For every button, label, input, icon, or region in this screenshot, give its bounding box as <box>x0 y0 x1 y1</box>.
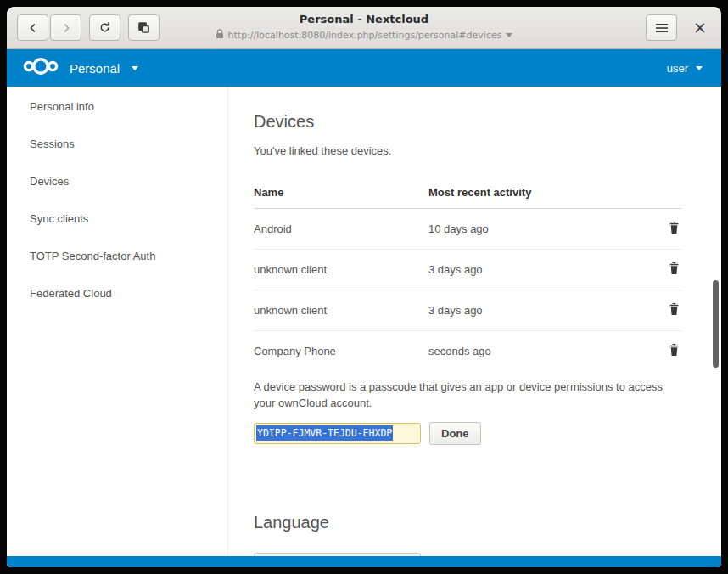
trash-icon <box>668 306 680 318</box>
user-menu-caret-icon <box>696 66 703 70</box>
user-menu-label: user <box>667 62 688 75</box>
reload-icon <box>98 21 111 34</box>
device-activity: 3 days ago <box>428 250 648 290</box>
table-row: unknown client 3 days ago <box>254 250 682 290</box>
menu-button[interactable] <box>646 14 677 41</box>
forward-button[interactable] <box>50 14 81 41</box>
nextcloud-logo-icon <box>22 56 59 80</box>
column-header-name: Name <box>254 177 428 209</box>
url-bar[interactable]: http://localhost:8080/index.php/settings… <box>160 29 568 42</box>
language-section-title: Language <box>254 513 696 532</box>
toolbar-right-group: × <box>646 14 711 41</box>
devices-section-title: Devices <box>254 112 696 132</box>
app-menu[interactable]: Personal <box>22 56 138 80</box>
app-menu-label: Personal <box>70 61 120 76</box>
new-tab-button[interactable] <box>128 14 160 41</box>
table-row: Android 10 days ago <box>254 209 682 250</box>
delete-device-button[interactable] <box>666 341 682 361</box>
chevron-right-icon <box>60 22 72 34</box>
history-nav-buttons <box>17 14 81 41</box>
sidebar-item-sessions[interactable]: Sessions <box>7 126 227 163</box>
delete-device-button[interactable] <box>666 260 682 279</box>
device-name: unknown client <box>254 250 428 290</box>
sidebar-item-personal-info[interactable]: Personal info <box>7 88 227 126</box>
done-button[interactable]: Done <box>429 422 481 445</box>
device-password-row: YDIPP-FJMVR-TEJDU-EHXDP Done <box>254 422 696 445</box>
device-password-note: A device password is a passcode that giv… <box>254 380 678 412</box>
pages-icon <box>137 21 150 34</box>
device-activity: seconds ago <box>428 331 648 372</box>
trash-icon <box>668 265 680 278</box>
trash-icon <box>668 346 680 359</box>
insecure-lock-icon <box>216 29 224 42</box>
close-button[interactable]: × <box>689 17 711 39</box>
table-row: unknown client 3 days ago <box>254 290 682 331</box>
settings-content: Devices You've linked these devices. Nam… <box>228 87 721 567</box>
settings-page: Personal info Sessions Devices Sync clie… <box>7 87 721 567</box>
page-footer-strip <box>7 556 721 567</box>
app-menu-caret-icon <box>132 66 138 70</box>
nextcloud-header: Personal user <box>7 49 721 87</box>
devices-table: Name Most recent activity Android 10 day… <box>254 177 682 371</box>
devices-table-header-row: Name Most recent activity <box>254 177 682 209</box>
sidebar-item-federated-cloud[interactable]: Federated Cloud <box>7 275 227 312</box>
device-activity: 10 days ago <box>428 209 648 250</box>
device-name: unknown client <box>254 290 428 331</box>
chevron-left-icon <box>27 22 39 34</box>
reload-button[interactable] <box>89 14 120 41</box>
device-name: Android <box>254 209 428 250</box>
back-button[interactable] <box>17 14 48 41</box>
titlebar-title-area: Personal - Nextcloud http://localhost:80… <box>160 13 568 42</box>
desktop-background: Personal - Nextcloud http://localhost:80… <box>0 0 728 574</box>
devices-subtitle: You've linked these devices. <box>254 144 696 157</box>
browser-titlebar: Personal - Nextcloud http://localhost:80… <box>7 7 721 49</box>
device-name: Company Phone <box>254 331 428 372</box>
column-header-activity: Most recent activity <box>428 177 648 209</box>
delete-device-button[interactable] <box>666 219 682 239</box>
sidebar-item-sync-clients[interactable]: Sync clients <box>7 200 227 238</box>
column-header-actions <box>648 177 682 209</box>
window-title: Personal - Nextcloud <box>160 13 568 25</box>
close-icon: × <box>693 18 707 37</box>
trash-icon <box>668 224 680 237</box>
user-menu[interactable]: user <box>667 62 703 75</box>
sidebar-item-totp[interactable]: TOTP Second-factor Auth <box>7 238 227 275</box>
device-password-input[interactable]: YDIPP-FJMVR-TEJDU-EHXDP <box>254 423 421 444</box>
device-password-value: YDIPP-FJMVR-TEJDU-EHXDP <box>256 425 393 441</box>
device-activity: 3 days ago <box>428 290 648 331</box>
url-text: http://localhost:8080/index.php/settings… <box>228 30 502 41</box>
toolbar-nav-group <box>17 14 160 41</box>
hamburger-icon <box>656 23 668 33</box>
sidebar-item-devices[interactable]: Devices <box>7 163 227 200</box>
browser-window: Personal - Nextcloud http://localhost:80… <box>7 7 721 567</box>
scrollbar-thumb[interactable] <box>713 280 719 368</box>
url-dropdown-caret-icon <box>506 33 512 37</box>
table-row: Company Phone seconds ago <box>254 331 682 372</box>
settings-sidebar: Personal info Sessions Devices Sync clie… <box>7 87 228 567</box>
delete-device-button[interactable] <box>666 301 682 320</box>
